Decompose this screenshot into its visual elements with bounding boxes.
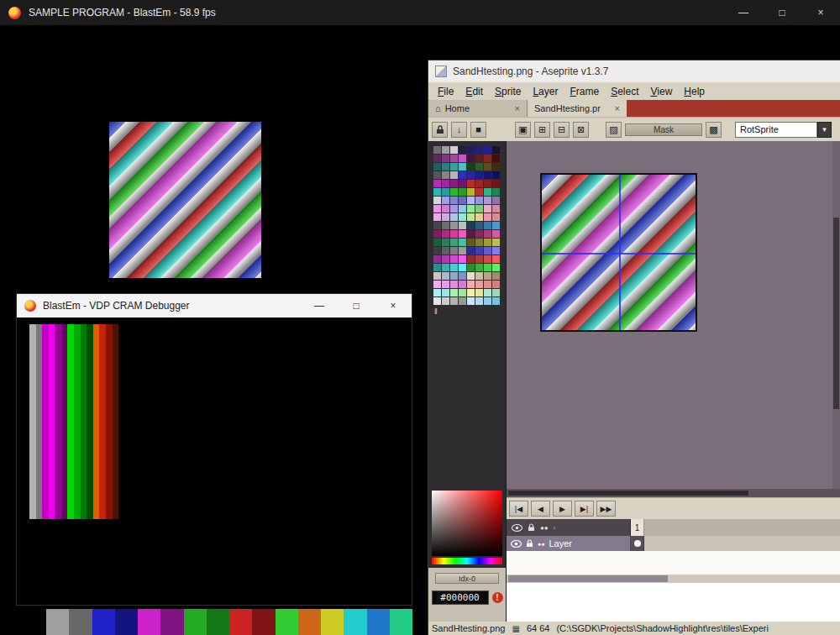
maximize-icon[interactable]: □	[763, 0, 801, 25]
palette-swatch[interactable]	[484, 155, 491, 162]
palette-swatch[interactable]	[484, 180, 491, 187]
tab-sandhtesting[interactable]: SandHtesting.pr ×	[528, 100, 627, 117]
mask-slider[interactable]: Mask	[625, 123, 702, 136]
palette-swatch[interactable]	[484, 239, 491, 246]
palette-swatch[interactable]	[475, 188, 483, 196]
palette-swatch[interactable]	[467, 230, 475, 238]
palette-swatch[interactable]	[492, 180, 500, 187]
palette-swatch[interactable]	[467, 247, 475, 255]
link-dots-icon[interactable]: ●●	[540, 524, 549, 532]
grid-settings-button[interactable]: ▩	[706, 122, 722, 138]
palette-swatch[interactable]	[484, 213, 491, 221]
palette-swatch[interactable]	[442, 188, 449, 196]
palette-swatch[interactable]	[492, 264, 500, 271]
lock-icon[interactable]	[528, 523, 535, 532]
palette-swatch[interactable]	[433, 230, 441, 238]
palette-swatch[interactable]	[459, 281, 466, 288]
palette-swatch[interactable]	[467, 163, 475, 171]
palette-swatch[interactable]	[475, 289, 483, 297]
frame-number-cell[interactable]: 1	[631, 519, 644, 536]
scrollbar-thumb[interactable]	[508, 575, 668, 582]
selection-subtract-button[interactable]: ⊟	[554, 122, 570, 138]
palette-swatch[interactable]	[467, 180, 475, 187]
palette-swatch[interactable]	[492, 205, 500, 213]
palette-swatch[interactable]	[484, 205, 491, 213]
next-frame-button[interactable]: ▶|	[575, 501, 594, 517]
palette-swatch[interactable]	[467, 297, 475, 305]
palette-swatch[interactable]	[459, 155, 466, 162]
timeline-scrollbar[interactable]	[507, 575, 840, 583]
palette-swatch[interactable]	[467, 255, 475, 263]
palette-swatch[interactable]	[433, 289, 441, 297]
palette-swatch[interactable]	[450, 239, 458, 246]
palette-swatch[interactable]	[492, 255, 500, 263]
menu-frame[interactable]: Frame	[564, 84, 605, 99]
palette-swatch[interactable]	[433, 146, 441, 154]
canvas-area[interactable]	[507, 141, 840, 489]
palette-swatch[interactable]	[467, 205, 475, 213]
palette-swatch[interactable]	[492, 222, 500, 229]
canvas-vertical-scrollbar[interactable]	[832, 141, 840, 489]
canvas-sprite[interactable]	[540, 173, 697, 332]
aseprite-titlebar[interactable]: SandHtesting.png - Aseprite v1.3.7	[428, 60, 840, 82]
palette-swatch[interactable]	[484, 247, 491, 255]
palette-swatch[interactable]	[433, 171, 441, 179]
palette-swatch[interactable]	[442, 297, 449, 305]
eye-icon[interactable]	[511, 540, 522, 548]
palette-swatch[interactable]	[475, 180, 483, 187]
eye-icon[interactable]	[512, 524, 522, 532]
palette-swatch[interactable]	[450, 289, 458, 297]
palette-swatch[interactable]	[442, 180, 449, 187]
palette-swatch[interactable]	[442, 272, 449, 280]
color-index-button[interactable]: Idx-0	[435, 573, 499, 584]
minimize-icon[interactable]: —	[724, 0, 763, 25]
palette-swatch[interactable]	[442, 197, 449, 204]
color-hex-value[interactable]: #000000	[432, 590, 489, 605]
tab-close-icon[interactable]: ×	[515, 103, 520, 113]
palette-swatch[interactable]	[442, 247, 449, 255]
palette-swatch[interactable]	[433, 255, 441, 263]
palette-swatch[interactable]	[459, 213, 466, 221]
palette-swatch[interactable]	[475, 297, 483, 305]
palette-swatch[interactable]	[484, 297, 491, 305]
menu-select[interactable]: Select	[605, 84, 644, 99]
palette-swatch[interactable]	[492, 289, 500, 297]
last-frame-button[interactable]: ▶▶	[596, 501, 616, 517]
palette-swatch[interactable]	[492, 297, 500, 305]
palette-swatch[interactable]	[459, 297, 466, 305]
palette-swatch[interactable]	[484, 289, 491, 297]
cel-cell[interactable]	[631, 536, 644, 551]
palette-swatch[interactable]	[450, 281, 458, 288]
palette-swatch[interactable]	[442, 289, 449, 297]
link-dots-icon[interactable]: ●●	[538, 541, 544, 547]
menu-view[interactable]: View	[645, 84, 679, 99]
palette-swatch[interactable]	[475, 205, 483, 213]
drop-button[interactable]: ↓	[451, 122, 467, 138]
palette-swatch[interactable]	[484, 255, 491, 263]
palette-swatch[interactable]	[450, 297, 458, 305]
palette-swatch[interactable]	[492, 155, 500, 162]
palette-swatch[interactable]	[459, 180, 466, 187]
palette-swatch[interactable]	[459, 255, 466, 263]
cram-titlebar[interactable]: BlastEm - VDP CRAM Debugger — □ ×	[17, 294, 412, 318]
palette-swatch[interactable]	[459, 146, 466, 154]
palette-swatch[interactable]	[433, 222, 441, 229]
lock-button[interactable]	[432, 122, 448, 138]
canvas-horizontal-scrollbar[interactable]	[507, 489, 840, 497]
palette-swatch[interactable]	[459, 188, 466, 196]
selection-add-button[interactable]: ⊞	[534, 122, 550, 138]
palette-swatch[interactable]	[467, 213, 475, 221]
palette-swatch[interactable]	[475, 163, 483, 171]
previous-frame-button[interactable]: ◀	[531, 501, 550, 517]
pattern-button[interactable]: ▨	[606, 122, 622, 138]
palette-swatch[interactable]	[459, 205, 466, 213]
color-spectrum-picker[interactable]	[432, 491, 502, 556]
palette-swatch[interactable]	[492, 146, 500, 154]
palette-swatch[interactable]	[433, 281, 441, 288]
palette-swatch[interactable]	[467, 188, 475, 196]
palette-swatch[interactable]	[484, 188, 491, 196]
fill-button[interactable]: ■	[470, 122, 486, 138]
palette-swatch[interactable]	[442, 213, 449, 221]
menu-sprite[interactable]: Sprite	[489, 84, 527, 99]
palette-swatch[interactable]	[492, 247, 500, 255]
